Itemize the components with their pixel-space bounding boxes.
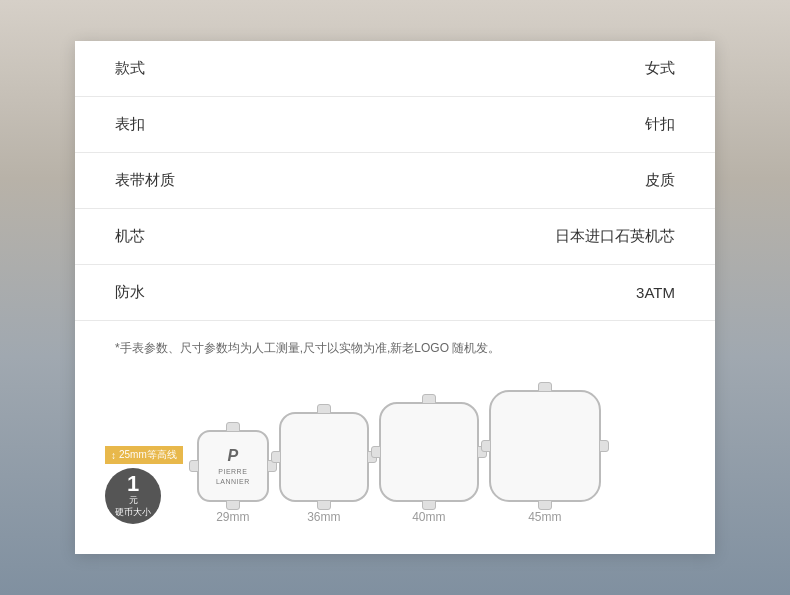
coin-num: 1 [127, 473, 139, 495]
spec-value-material: 皮质 [645, 171, 675, 190]
watch-item-29: P PIERRE LANNIER 29mm [197, 430, 269, 524]
spec-value-waterproof: 3ATM [636, 284, 675, 301]
watch-circle-40 [379, 402, 479, 502]
lug-top-45 [538, 382, 552, 392]
spec-label-movement: 机芯 [115, 227, 145, 246]
watch-size-label-40: 40mm [412, 510, 445, 524]
watch-circle-36 [279, 412, 369, 502]
spec-row-buckle: 表扣 针扣 [75, 97, 715, 153]
brand-name: PIERRE LANNIER [203, 467, 263, 487]
note-text: *手表参数、尺寸参数均为人工测量,尺寸以实物为准,新老LOGO 随机发。 [115, 341, 500, 355]
spec-label-style: 款式 [115, 59, 145, 78]
lug-top-36 [317, 404, 331, 414]
main-card: 款式 女式 表扣 针扣 表带材质 皮质 机芯 日本进口石英机芯 防水 3ATM … [75, 41, 715, 554]
coin-reference-box: ↕ 25mm等高线 1 元 硬币大小 [105, 446, 183, 524]
spec-value-buckle: 针扣 [645, 115, 675, 134]
lug-right-45 [599, 440, 609, 452]
arrow-icon: ↕ [111, 450, 116, 461]
lug-left-29 [189, 460, 199, 472]
lug-top-29 [226, 422, 240, 432]
lug-left-40 [371, 446, 381, 458]
watch-item-36: 36mm [279, 412, 369, 524]
brand-logo: P PIERRE LANNIER [199, 441, 267, 491]
lug-bottom-29 [226, 500, 240, 510]
watch-circle-45 [489, 390, 601, 502]
coin-circle: 1 元 硬币大小 [105, 468, 161, 524]
size-tag: ↕ 25mm等高线 [105, 446, 183, 464]
lug-bottom-40 [422, 500, 436, 510]
watch-item-40: 40mm [379, 402, 479, 524]
spec-label-waterproof: 防水 [115, 283, 145, 302]
spec-row-material: 表带材质 皮质 [75, 153, 715, 209]
spec-label-buckle: 表扣 [115, 115, 145, 134]
coin-unit: 元 [129, 495, 138, 507]
brand-p-icon: P [227, 445, 238, 467]
spec-value-movement: 日本进口石英机芯 [555, 227, 675, 246]
lug-bottom-45 [538, 500, 552, 510]
lug-left-45 [481, 440, 491, 452]
spec-row-waterproof: 防水 3ATM [75, 265, 715, 321]
spec-row-style: 款式 女式 [75, 41, 715, 97]
watch-circle-29: P PIERRE LANNIER [197, 430, 269, 502]
note-section: *手表参数、尺寸参数均为人工测量,尺寸以实物为准,新老LOGO 随机发。 [75, 321, 715, 370]
lug-top-40 [422, 394, 436, 404]
lug-bottom-36 [317, 500, 331, 510]
watch-item-45: 45mm [489, 390, 601, 524]
spec-table: 款式 女式 表扣 针扣 表带材质 皮质 机芯 日本进口石英机芯 防水 3ATM [75, 41, 715, 321]
spec-label-material: 表带材质 [115, 171, 175, 190]
spec-value-style: 女式 [645, 59, 675, 78]
spec-row-movement: 机芯 日本进口石英机芯 [75, 209, 715, 265]
size-tag-label: 25mm等高线 [119, 448, 177, 462]
watch-size-label-36: 36mm [307, 510, 340, 524]
watch-size-label-45: 45mm [528, 510, 561, 524]
lug-left-36 [271, 451, 281, 463]
coin-sub: 硬币大小 [115, 507, 151, 519]
size-comparison: ↕ 25mm等高线 1 元 硬币大小 P PIERRE LANNIER 2 [75, 370, 715, 554]
watch-size-label-29: 29mm [216, 510, 249, 524]
